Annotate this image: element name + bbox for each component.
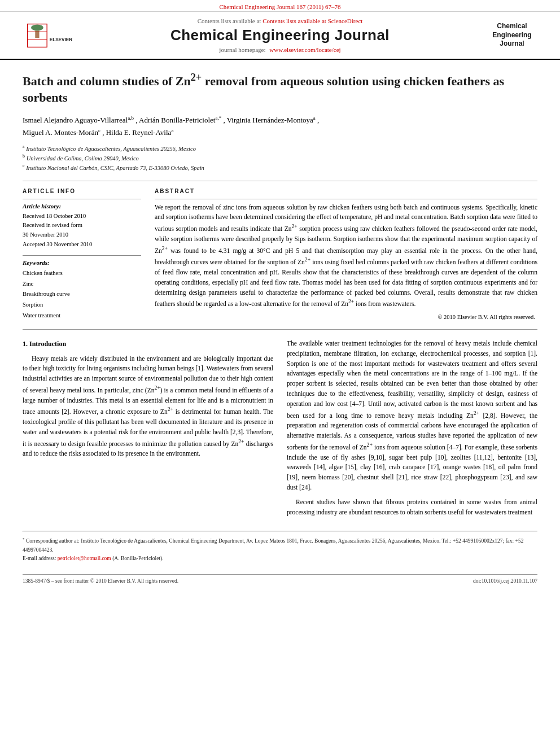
right-title-text: ChemicalEngineeringJournal — [481, 22, 543, 49]
homepage-line: journal homepage: www.elsevier.com/locat… — [79, 46, 481, 53]
main-content: Batch and column studies of Zn2+ removal… — [0, 60, 560, 595]
abstract-heading: ABSTRACT — [155, 188, 537, 194]
footnote-block: * Corresponding author at: Instituto Tec… — [23, 536, 537, 563]
abstract-block: We report the removal of zinc ions from … — [155, 199, 537, 320]
contents-line: Contents lists available at Contents lis… — [79, 18, 481, 24]
svg-point-3 — [31, 24, 43, 30]
citation-text: Chemical Engineering Journal 167 (2011) … — [220, 3, 341, 10]
email-note: (A. Bonilla-Petriciolet). — [112, 556, 164, 561]
email-link[interactable]: petriciolet@hotmail.com — [58, 556, 111, 561]
homepage-label: journal homepage: — [219, 46, 265, 53]
received-text: Received 18 October 2010 Received in rev… — [23, 212, 141, 250]
body-col-left: 1. Introduction Heavy metals are widely … — [23, 339, 273, 522]
abstract-text: We report the removal of zinc ions from … — [155, 203, 537, 309]
doi-text: doi:10.1016/j.cej.2010.11.107 — [473, 578, 537, 584]
intro-para-2: The available water treatment technologi… — [287, 339, 537, 493]
journal-title: Chemical Engineering Journal — [79, 27, 481, 44]
article-title: Batch and column studies of Zn2+ removal… — [23, 71, 537, 106]
citation-bar: Chemical Engineering Journal 167 (2011) … — [0, 0, 560, 12]
issn-text: 1385-8947/$ – see front matter © 2010 El… — [23, 578, 178, 584]
keywords-block: Keywords: Chicken feathers Zinc Breakthr… — [23, 255, 141, 321]
elsevier-logo-icon: ELSEVIER — [23, 21, 73, 50]
history-label: Article history: — [23, 203, 141, 209]
article-info-column: ARTICLE INFO Article history: Received 1… — [23, 188, 141, 322]
body-col-right: The available water treatment technologi… — [287, 339, 537, 522]
accepted-date: Accepted 30 November 2010 — [23, 241, 92, 247]
keywords-text: Chicken feathers Zinc Breakthrough curve… — [23, 268, 141, 321]
journal-center: Contents lists available at Contents lis… — [79, 18, 481, 53]
section1-title: 1. Introduction — [23, 339, 273, 350]
journal-header: ELSEVIER Contents lists available at Con… — [0, 12, 560, 60]
right-logo: ChemicalEngineeringJournal — [481, 22, 543, 49]
received-date: Received 18 October 2010 — [23, 213, 86, 219]
divider-2 — [23, 329, 537, 330]
svg-rect-4 — [35, 30, 39, 38]
svg-text:ELSEVIER: ELSEVIER — [50, 37, 73, 42]
body-section: 1. Introduction Heavy metals are widely … — [23, 339, 537, 522]
homepage-url[interactable]: www.elsevier.com/locate/cej — [269, 46, 340, 53]
footnote-divider — [23, 531, 537, 532]
sciencedirect-link[interactable]: Contents lists available at ScienceDirec… — [262, 18, 362, 24]
authors: Ismael Alejandro Aguayo-Villarreala,b , … — [23, 114, 537, 139]
keywords-label: Keywords: — [23, 259, 141, 266]
email-label: E-mail address: — [23, 556, 56, 561]
bottom-bar: 1385-8947/$ – see front matter © 2010 El… — [23, 574, 537, 584]
copyright-text: © 2010 Elsevier B.V. All rights reserved… — [155, 314, 537, 320]
article-info-abstract-section: ARTICLE INFO Article history: Received 1… — [23, 188, 537, 322]
abstract-column: ABSTRACT We report the removal of zinc i… — [155, 188, 537, 322]
article-history-block: Article history: Received 18 October 201… — [23, 199, 141, 250]
affiliations: a Instituto Tecnológico de Aguascaliente… — [23, 143, 537, 173]
intro-para-1: Heavy metals are widely distributed in t… — [23, 354, 273, 460]
article-info-heading: ARTICLE INFO — [23, 188, 141, 194]
elsevier-logo-container: ELSEVIER — [17, 21, 79, 50]
intro-para-3: Recent studies have shown that fibrous p… — [287, 497, 537, 518]
divider-1 — [23, 181, 537, 181]
